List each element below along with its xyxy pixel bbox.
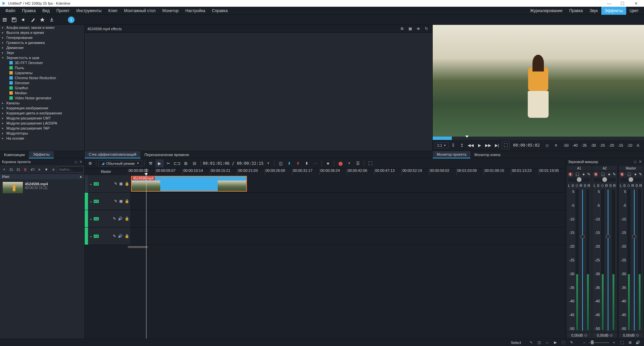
tree-category[interactable]: ▸Модули расширения LADSPA bbox=[0, 120, 84, 126]
tree-category[interactable]: ▸Модуляторы bbox=[0, 131, 84, 136]
track-V1[interactable]: ⌄V1✎▦🔒 bbox=[85, 193, 566, 210]
tree-category[interactable]: ▸Движение bbox=[0, 45, 84, 50]
wand-icon[interactable] bbox=[28, 15, 38, 24]
close-panel-icon[interactable]: ✕ bbox=[639, 159, 642, 164]
timeline-clip[interactable]: 4524598.mp4 bbox=[131, 176, 247, 192]
lock-icon[interactable]: 🔒 bbox=[125, 182, 129, 186]
grid-icon[interactable]: ⊞ bbox=[627, 340, 633, 346]
volume-fader[interactable] bbox=[580, 190, 585, 331]
rec-icon[interactable]: ● bbox=[634, 172, 637, 176]
zoom-dropdown[interactable]: 1:1▼ bbox=[435, 142, 448, 148]
tree-category[interactable]: ▸Модули расширения CMT bbox=[0, 115, 84, 120]
workspace-Цвет[interactable]: Цвет bbox=[626, 7, 642, 15]
tag-icon[interactable]: 🏷 bbox=[29, 166, 36, 173]
play-icon[interactable]: ▶ bbox=[475, 141, 483, 149]
av-icon[interactable]: ◫ bbox=[276, 159, 285, 167]
workspace-Правка[interactable]: Правка bbox=[566, 7, 586, 15]
overwrite-icon[interactable]: ⊏⊐ bbox=[173, 159, 181, 167]
tree-effect[interactable]: Denoiser bbox=[0, 80, 84, 85]
undock-icon[interactable]: ◇ bbox=[634, 159, 637, 164]
hide-icon[interactable]: ▦ bbox=[119, 182, 123, 186]
stack-icon[interactable]: ▦ bbox=[407, 26, 414, 32]
db-spin-icon[interactable]: ◇ bbox=[636, 333, 639, 337]
effects-tree[interactable]: ▸Альфа-канал, маски и кеинг▸Высота звука… bbox=[0, 25, 84, 151]
edit-icon[interactable]: ✎ bbox=[114, 199, 117, 203]
menu-icon[interactable] bbox=[0, 15, 9, 24]
tool2-icon[interactable]: ◫ bbox=[536, 340, 543, 346]
save-icon[interactable] bbox=[9, 15, 19, 24]
pan-slider[interactable] bbox=[620, 178, 642, 182]
download-icon[interactable] bbox=[47, 15, 56, 24]
volume-fader[interactable] bbox=[605, 190, 611, 331]
menu-Проект[interactable]: Проект bbox=[53, 7, 73, 15]
mark-in-icon[interactable]: ↧ bbox=[449, 141, 457, 149]
master-label[interactable]: Master bbox=[85, 168, 128, 175]
filter-icon[interactable]: ≡ bbox=[36, 166, 43, 173]
tree-category[interactable]: ▸Модули расширения TAP bbox=[0, 126, 84, 131]
options-icon[interactable]: ≡ bbox=[50, 166, 57, 173]
rewind-icon[interactable]: ◀◀ bbox=[467, 141, 475, 149]
tree-category[interactable]: ▸Высота звука и время bbox=[0, 30, 84, 35]
timeline-ruler[interactable]: Master 00:00:00:0000:00:05:0700:00:10:14… bbox=[85, 168, 566, 175]
fx-icon[interactable]: ✎ bbox=[587, 172, 590, 177]
workspace-Журналирование[interactable]: Журналирование bbox=[527, 7, 566, 15]
tree-effect[interactable]: 3D FFT Denoiser bbox=[0, 60, 84, 65]
tab-Композиции[interactable]: Композиции bbox=[0, 151, 29, 158]
mute-icon[interactable]: 🔊 bbox=[118, 234, 123, 238]
volume-fader[interactable] bbox=[632, 190, 637, 331]
timeline-body[interactable]: Master 00:00:00:0000:00:05:0700:00:10:14… bbox=[85, 168, 566, 339]
star-icon[interactable] bbox=[38, 15, 47, 24]
add-clip-icon[interactable]: ＋ bbox=[1, 166, 7, 173]
end-icon[interactable]: ▶| bbox=[493, 141, 501, 149]
tab-Переназначение времени[interactable]: Переназначение времени bbox=[140, 151, 193, 158]
play-btn-icon[interactable]: ▶ bbox=[156, 159, 164, 167]
menu-Справка[interactable]: Справка bbox=[209, 7, 231, 15]
mute-icon[interactable]: 🔇 bbox=[594, 172, 598, 177]
trash-icon[interactable]: 🗑 bbox=[22, 166, 29, 173]
fit-icon[interactable]: ⛶ bbox=[618, 340, 625, 346]
bin-column-header[interactable]: Имя▲ bbox=[0, 174, 84, 179]
cut-icon[interactable]: ✂ bbox=[164, 159, 172, 167]
menu-Настройка[interactable]: Настройка bbox=[182, 7, 209, 15]
pointer-icon[interactable]: ↖ bbox=[528, 340, 534, 346]
menu-Клип[interactable]: Клип bbox=[105, 7, 121, 15]
tab-Эффекты[interactable]: Эффекты bbox=[29, 151, 54, 158]
fullscreen-icon[interactable]: ⛶ bbox=[366, 159, 374, 167]
maximize-button[interactable]: ☐ bbox=[616, 0, 629, 7]
marker-grey-icon[interactable]: ⬍ bbox=[303, 159, 311, 167]
tree-category[interactable]: ▸Громкость и динамика bbox=[0, 40, 84, 45]
edit-icon[interactable]: ✎ bbox=[113, 216, 116, 221]
mute-icon[interactable]: 🔇 bbox=[620, 172, 625, 177]
pan-slider[interactable] bbox=[594, 178, 616, 182]
pan-slider[interactable] bbox=[568, 178, 590, 182]
zoom-out-icon[interactable]: − bbox=[581, 340, 588, 346]
tool5-icon[interactable]: ⬚ bbox=[560, 340, 567, 346]
timeline-timecode[interactable]: 00:01:01:06 / 00:00:32:15 bbox=[203, 161, 264, 166]
rec-menu-icon[interactable]: ▼ bbox=[345, 159, 353, 167]
edit-icon[interactable]: ✎ bbox=[113, 234, 116, 238]
edit-icon[interactable]: ✎ bbox=[114, 182, 117, 186]
menu-icon[interactable]: ≡ bbox=[552, 141, 560, 149]
insert-icon[interactable]: ⊞ bbox=[182, 159, 190, 167]
zoom-slider[interactable] bbox=[589, 340, 609, 346]
tree-category[interactable]: ▾Зернистость и шум bbox=[0, 55, 84, 60]
fx-icon[interactable]: ✎ bbox=[639, 172, 642, 177]
workspace-Звук[interactable]: Звук bbox=[586, 7, 601, 15]
sort-icon[interactable]: ▼ bbox=[43, 166, 50, 173]
del-icon[interactable]: 🗀 bbox=[15, 166, 22, 173]
tab-Стек эффектов/композиций[interactable]: Стек эффектов/композиций bbox=[85, 151, 140, 158]
rec-icon[interactable]: ● bbox=[608, 172, 610, 176]
settings-icon[interactable]: ⚙ bbox=[86, 159, 94, 167]
tree-category[interactable]: ▸Коррекция цвета и изображения bbox=[0, 110, 84, 115]
preview-icon[interactable]: ☰ bbox=[354, 159, 362, 167]
solo-icon[interactable]: 🎧 bbox=[601, 172, 605, 177]
spin-icon[interactable]: ◇ bbox=[543, 141, 551, 149]
tool4-icon[interactable]: ▶ bbox=[552, 340, 559, 346]
monitor-scrubber[interactable] bbox=[433, 137, 644, 140]
tree-category[interactable]: ▸Коррекция изображения bbox=[0, 105, 84, 110]
menu-Инструменты[interactable]: Инструменты bbox=[73, 7, 105, 15]
tool6-icon[interactable]: ✎ bbox=[568, 340, 575, 346]
forward-icon[interactable]: ▶▶ bbox=[484, 141, 492, 149]
tree-category[interactable]: ▸Каналы bbox=[0, 100, 84, 105]
crop-icon[interactable]: ⛶ bbox=[502, 141, 510, 149]
